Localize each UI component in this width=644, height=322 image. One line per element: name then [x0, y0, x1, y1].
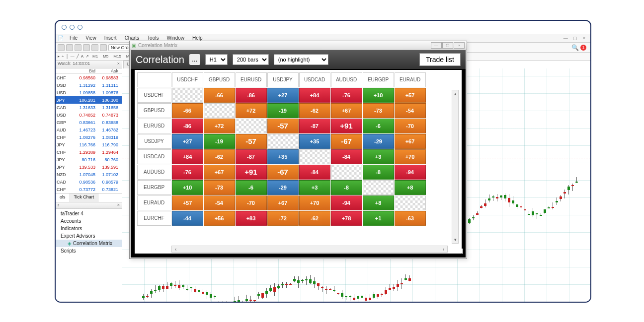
mx-col-header[interactable]: USDCHF	[172, 72, 203, 87]
crosshair-icon[interactable]: +	[62, 54, 64, 59]
mx-row-header[interactable]: EURAUD	[137, 195, 171, 210]
mx-cell[interactable]: +3	[363, 149, 394, 164]
mw-row[interactable]: CHF0.737720.73821	[56, 186, 122, 193]
mx-cell[interactable]: +35	[299, 134, 330, 149]
trade-list-button[interactable]: Trade list	[419, 53, 461, 66]
mx-cell[interactable]: -62	[204, 149, 235, 164]
window-controls[interactable]: — ▢ ×	[564, 36, 590, 41]
hline-icon[interactable]: —	[71, 54, 75, 59]
timeframe-select[interactable]: H1	[205, 54, 228, 65]
mx-cell[interactable]: +84	[172, 149, 203, 164]
mx-col-header[interactable]: EURAUD	[395, 72, 426, 87]
mx-row-header[interactable]: EURGBP	[137, 180, 171, 195]
mx-cell[interactable]: +8	[363, 195, 394, 210]
mx-cell[interactable]: -76	[172, 165, 203, 180]
mx-row-header[interactable]: USDJPY	[137, 134, 171, 149]
mx-row-header[interactable]: GBPUSD	[137, 103, 171, 118]
mx-cell[interactable]: +67	[331, 103, 362, 118]
hscrollbar[interactable]: ‹›	[171, 246, 448, 253]
tf-m1[interactable]: M1	[91, 54, 99, 59]
nav-expert-advisors[interactable]: Expert Advisors	[56, 232, 122, 240]
strategy-icon[interactable]	[100, 44, 107, 51]
mx-cell[interactable]: -44	[172, 211, 203, 226]
mw-row[interactable]: CHF0.985600.98583	[56, 74, 122, 81]
mx-cell[interactable]: +72	[204, 119, 235, 133]
mw-row[interactable]: GBP0.836610.83688	[56, 119, 122, 126]
profile-icon[interactable]	[66, 44, 73, 51]
mx-cell[interactable]: -54	[204, 195, 235, 210]
vline-icon[interactable]: │	[66, 54, 69, 59]
mx-cell[interactable]: -62	[299, 211, 330, 226]
mx-row-header[interactable]: USDCAD	[137, 149, 171, 164]
mx-cell[interactable]: -54	[395, 103, 426, 118]
cursor-icon[interactable]: ▸	[58, 54, 60, 59]
nav-indicators[interactable]: Indicators	[56, 225, 122, 232]
mx-cell[interactable]: -6	[363, 119, 394, 133]
mx-cell[interactable]: +72	[236, 103, 267, 118]
minimize-icon[interactable]: —	[431, 42, 442, 49]
mx-cell[interactable]: +56	[204, 211, 235, 226]
correlation-titlebar[interactable]: ▣ Correlation Matrix — ▢ ×	[130, 41, 467, 50]
mx-row-header[interactable]: EURUSD	[137, 119, 171, 133]
mx-cell[interactable]: +27	[172, 134, 203, 149]
mx-cell[interactable]: -8	[363, 165, 394, 180]
mx-col-header[interactable]: EURUSD	[236, 72, 267, 87]
mx-cell[interactable]: -8	[331, 180, 362, 195]
options-button[interactable]: ...	[189, 54, 200, 65]
nav-close-icon[interactable]: ×	[117, 202, 120, 208]
menu-help[interactable]: Help	[188, 35, 207, 41]
mx-cell[interactable]: -94	[395, 165, 426, 180]
tf-m15[interactable]: M15	[112, 54, 123, 59]
mx-cell[interactable]: +8	[395, 180, 426, 195]
mx-cell[interactable]: -67	[331, 134, 362, 149]
mw-row[interactable]: JPY139.533139.591	[56, 163, 122, 171]
mw-row[interactable]: NZD1.070451.07102	[56, 171, 122, 178]
mw-row[interactable]: CAD1.316331.31656	[56, 104, 122, 111]
mx-col-header[interactable]: GBPUSD	[204, 72, 235, 87]
mx-cell[interactable]: -57	[236, 134, 267, 149]
mw-close-icon[interactable]: ×	[117, 61, 120, 67]
mx-cell[interactable]: -66	[172, 103, 203, 118]
menu-window[interactable]: Window	[162, 35, 188, 41]
menu-view[interactable]: View	[81, 35, 100, 41]
arrow-icon[interactable]: ↗	[85, 54, 89, 59]
mx-cell[interactable]: -84	[331, 149, 362, 164]
mw-row[interactable]: JPY116.766116.790	[56, 141, 122, 148]
nav-correlation-matrix[interactable]: ◈Correlation Matrix	[56, 240, 122, 247]
mx-cell[interactable]: -86	[172, 119, 203, 133]
mx-cell[interactable]: -63	[395, 211, 426, 226]
highlight-select[interactable]: (no highlight)	[274, 54, 328, 65]
mx-row-header[interactable]: USDCHF	[137, 88, 171, 103]
mx-cell[interactable]: +57	[172, 195, 203, 210]
mx-cell[interactable]: +70	[395, 149, 426, 164]
mx-cell[interactable]: -6	[236, 180, 267, 195]
mx-cell[interactable]: -19	[204, 134, 235, 149]
mx-cell[interactable]: -87	[299, 119, 330, 133]
mw-row[interactable]: JPY80.71680.760	[56, 156, 122, 163]
close-icon[interactable]: ×	[454, 42, 465, 49]
mx-cell[interactable]: -73	[204, 180, 235, 195]
mx-cell[interactable]: -86	[236, 88, 267, 103]
mx-cell[interactable]: -70	[395, 119, 426, 133]
mx-cell[interactable]: -67	[267, 165, 299, 180]
maximize-icon[interactable]: ▢	[442, 42, 453, 49]
search-icon[interactable]: 🔍	[571, 44, 579, 51]
resize-handle[interactable]: ◤	[457, 249, 465, 257]
menu-insert[interactable]: Insert	[100, 35, 121, 41]
menu-tools[interactable]: Tools	[143, 35, 162, 41]
mx-cell[interactable]: +91	[331, 119, 362, 133]
mw-row[interactable]: CHF1.082761.08319	[56, 133, 122, 141]
mx-cell[interactable]: -84	[299, 165, 330, 180]
mx-cell[interactable]: -73	[363, 103, 394, 118]
mw-row[interactable]: CHF1.293891.29464	[56, 148, 122, 156]
mw-row[interactable]: JPY106.281106.300	[56, 96, 122, 104]
mx-cell[interactable]: -29	[363, 134, 394, 149]
terminal-icon[interactable]	[91, 44, 98, 51]
mx-cell[interactable]: +78	[331, 211, 362, 226]
mx-cell[interactable]: +10	[363, 88, 394, 103]
menu-charts[interactable]: Charts	[121, 35, 143, 41]
mw-row[interactable]: AUD1.467231.46782	[56, 126, 122, 133]
mx-col-header[interactable]: EURGBP	[363, 72, 394, 87]
tf-m5[interactable]: M5	[101, 54, 110, 59]
vscrollbar[interactable]: ▴▾	[452, 90, 459, 244]
